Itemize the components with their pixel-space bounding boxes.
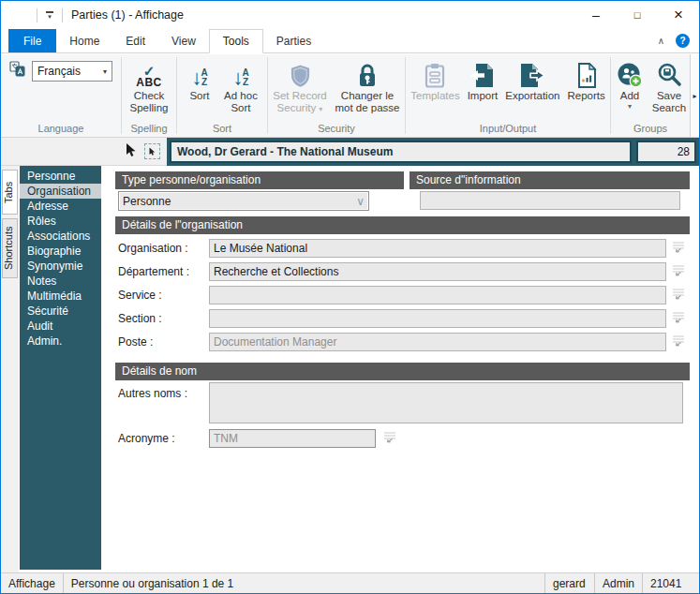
sort-button[interactable]: ↓ AZ Sort xyxy=(181,56,218,102)
arrow-cursor-icon[interactable] xyxy=(124,142,138,161)
tab-parties[interactable]: Parties xyxy=(263,29,324,52)
window-title: Parties (1) - Affichage xyxy=(71,8,184,22)
import-icon xyxy=(469,58,495,90)
record-title-field[interactable]: Wood, Dr Gerard - The National Museum xyxy=(170,141,632,163)
qat-separator xyxy=(62,8,63,22)
status-user: gerard xyxy=(545,577,594,590)
sidebar-item-admin[interactable]: Admin. xyxy=(20,334,101,349)
ribbon-group-spelling: ✓ABC Check Spelling Spelling xyxy=(122,54,176,137)
sidebar-item-roles[interactable]: Rôles xyxy=(20,214,101,229)
export-icon xyxy=(520,58,545,90)
collapse-ribbon-icon[interactable]: ∧ xyxy=(658,36,664,46)
close-button[interactable]: × xyxy=(658,1,699,29)
sort-az-icon: ↓ AZ xyxy=(191,67,207,88)
import-button[interactable]: Import xyxy=(464,56,502,102)
change-password-button[interactable]: Changer le mot de passe xyxy=(331,56,404,114)
clipboard-icon xyxy=(424,58,446,90)
field-label-autres-noms: Autres noms : xyxy=(118,387,187,400)
minimize-button[interactable]: – xyxy=(575,1,617,29)
qat-separator xyxy=(37,8,37,22)
add-button[interactable]: Add ▾ xyxy=(611,56,648,111)
field-marker-icon xyxy=(383,431,396,444)
organisation-field[interactable] xyxy=(209,239,666,258)
tab-view[interactable]: View xyxy=(158,29,209,52)
record-number-field[interactable]: 28 xyxy=(636,141,696,163)
service-field[interactable] xyxy=(209,286,666,304)
ribbon-group-sort: ↓ AZ Sort ↓ AZ Ad hoc Sort Sort xyxy=(177,54,267,137)
sidebar-item-personne[interactable]: Personne xyxy=(20,169,101,184)
departement-field[interactable] xyxy=(209,262,666,281)
field-marker-icon xyxy=(672,311,685,324)
marquee-select-icon[interactable] xyxy=(144,143,160,159)
add-person-icon xyxy=(617,58,643,90)
reports-button[interactable]: Reports xyxy=(563,56,608,102)
field-label-section: Section : xyxy=(118,312,162,325)
sidebar-item-securite[interactable]: Sécurité xyxy=(20,304,101,319)
window-controls: – □ × xyxy=(575,1,699,29)
sidebar-item-biographie[interactable]: Biographie xyxy=(20,244,101,259)
section-field[interactable] xyxy=(209,309,666,328)
ribbon-group-security: Set Record Security ▾ Changer le mot de … xyxy=(268,54,405,137)
dropdown-arrow-icon: ▾ xyxy=(628,102,632,111)
type-dropdown[interactable]: Personne ∨ xyxy=(118,191,369,211)
field-marker-icon xyxy=(672,334,685,348)
ribbon-group-language: Français ▾ Language xyxy=(1,54,121,137)
tab-file[interactable]: File xyxy=(8,29,56,52)
tab-edit[interactable]: Edit xyxy=(112,29,158,52)
sidebar-item-audit[interactable]: Audit xyxy=(20,319,101,334)
help-icon[interactable]: ? xyxy=(676,34,690,48)
sort-az-icon: ↓ AZ xyxy=(232,67,248,88)
sidebar-item-adresse[interactable]: Adresse xyxy=(20,199,101,214)
qat-customize-icon[interactable]: ▾ xyxy=(44,11,55,19)
tab-tools[interactable]: Tools xyxy=(209,29,263,53)
export-button[interactable]: Exportation xyxy=(501,56,563,102)
templates-button[interactable]: Templates xyxy=(407,56,463,102)
autres-noms-row-1[interactable] xyxy=(210,383,682,403)
field-label-service: Service : xyxy=(118,289,162,302)
adhoc-sort-button[interactable]: ↓ AZ Ad hoc Sort xyxy=(218,56,263,114)
group-label-security: Security xyxy=(268,122,405,137)
side-tab-tabs[interactable]: Tabs xyxy=(2,170,18,215)
group-label-groups: Groups xyxy=(611,122,690,137)
status-bar: Affichage Personne ou organisation 1 de … xyxy=(1,572,699,593)
acronyme-field[interactable] xyxy=(209,429,376,448)
ribbon-tab-row: File Home Edit View Tools Parties ∧ ? xyxy=(1,29,699,53)
field-label-organisation: Organisation : xyxy=(118,242,188,255)
field-label-departement: Département : xyxy=(118,265,189,278)
tab-sidebar: Personne Organisation Adresse Rôles Asso… xyxy=(20,166,101,570)
field-marker-icon xyxy=(672,288,685,301)
ribbon-scroll-right[interactable]: ▸ xyxy=(690,54,699,137)
maximize-button[interactable]: □ xyxy=(617,1,658,29)
section-header-type: Type personne/organisation xyxy=(115,171,404,189)
group-label-language: Language xyxy=(1,122,121,137)
tab-home[interactable]: Home xyxy=(56,29,112,52)
side-tab-shortcuts[interactable]: Shortcuts xyxy=(2,218,18,278)
sidebar-item-multimedia[interactable]: Multimédia xyxy=(20,289,101,304)
record-bar: Wood, Dr Gerard - The National Museum 28 xyxy=(167,138,699,166)
autres-noms-box[interactable] xyxy=(209,382,683,423)
autres-noms-row-2[interactable] xyxy=(210,403,682,423)
save-search-button[interactable]: Save Search xyxy=(648,56,690,114)
status-number: 21041 xyxy=(643,577,699,590)
lock-icon xyxy=(357,58,378,90)
quick-access-toolbar: ▾ xyxy=(37,8,63,22)
sidebar-item-notes[interactable]: Notes xyxy=(20,274,101,289)
report-document-icon xyxy=(575,58,598,90)
sidebar-item-associations[interactable]: Associations xyxy=(20,229,101,244)
poste-field[interactable] xyxy=(209,333,666,351)
sidebar-item-organisation[interactable]: Organisation xyxy=(20,184,101,199)
group-label-spelling: Spelling xyxy=(122,122,176,137)
field-marker-icon xyxy=(672,264,685,277)
record-form: Type personne/organisation Source d"info… xyxy=(106,166,699,572)
source-field[interactable] xyxy=(420,191,680,210)
ribbon-group-io: Templates Import xyxy=(406,54,610,137)
set-record-security-button[interactable]: Set Record Security ▾ xyxy=(269,56,331,114)
check-spelling-button[interactable]: ✓ABC Check Spelling xyxy=(123,56,175,114)
status-role: Admin xyxy=(595,577,642,590)
language-select[interactable]: Français ▾ xyxy=(32,61,112,82)
section-header-nom: Détails de nom xyxy=(115,363,690,380)
translate-icon xyxy=(9,61,25,81)
section-header-source: Source d"information xyxy=(410,171,690,189)
save-search-icon xyxy=(657,58,682,90)
sidebar-item-synonymie[interactable]: Synonymie xyxy=(20,259,101,274)
